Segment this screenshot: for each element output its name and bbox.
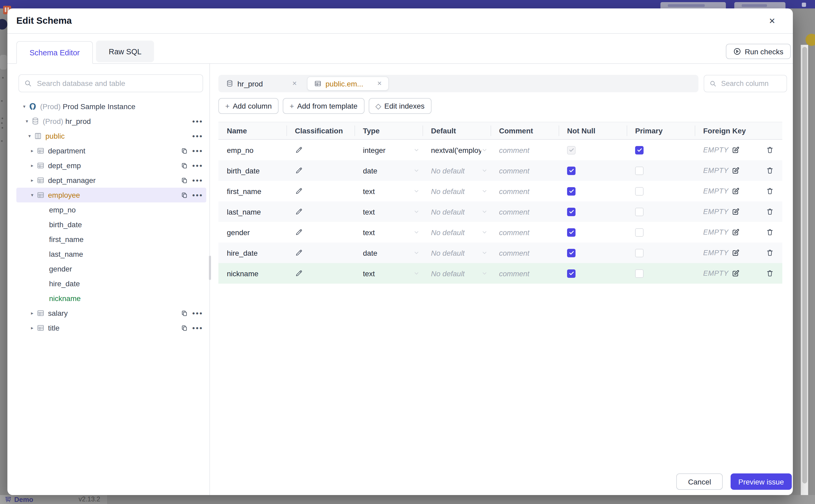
more-menu-icon[interactable]: ●●● — [192, 178, 203, 183]
caret-icon[interactable]: ▾ — [29, 192, 35, 198]
type-select[interactable]: date — [354, 243, 423, 263]
column-name-cell[interactable]: last_name — [218, 201, 286, 222]
classification-cell[interactable] — [286, 243, 354, 263]
tree-item-dept_manager[interactable]: ▸ dept_manager ●●● — [16, 173, 206, 188]
caret-icon[interactable]: ▸ — [29, 311, 35, 316]
comment-input[interactable]: comment — [491, 263, 559, 284]
type-select[interactable]: date — [354, 160, 423, 181]
tree-item-employee[interactable]: ▾ employee ●●● — [16, 188, 206, 202]
comment-input[interactable]: comment — [491, 140, 559, 160]
preview-issue-button[interactable]: Preview issue — [730, 473, 792, 490]
edit-indexes-button[interactable]: ◇ Edit indexes — [368, 98, 431, 114]
primary-checkbox[interactable] — [635, 146, 644, 154]
type-select[interactable]: text — [354, 201, 423, 222]
delete-column-icon[interactable] — [763, 201, 782, 222]
caret-icon[interactable]: ▾ — [24, 119, 30, 124]
delete-column-icon[interactable] — [763, 160, 782, 181]
column-name-cell[interactable]: emp_no — [218, 140, 286, 160]
caret-icon[interactable]: ▸ — [29, 178, 35, 183]
caret-icon[interactable]: ▾ — [26, 133, 33, 139]
copy-icon[interactable] — [181, 310, 188, 317]
primary-checkbox[interactable] — [635, 207, 644, 216]
cancel-button[interactable]: Cancel — [677, 473, 723, 490]
tree-item-hire_date[interactable]: hire_date — [16, 276, 206, 291]
edit-foreign-key-icon[interactable] — [732, 167, 740, 175]
not-null-checkbox[interactable] — [567, 187, 576, 195]
tree-search[interactable] — [18, 74, 203, 92]
caret-icon[interactable]: ▸ — [29, 325, 35, 331]
more-menu-icon[interactable]: ●●● — [192, 148, 203, 153]
default-select[interactable]: No default — [423, 222, 491, 243]
delete-column-icon[interactable] — [763, 263, 782, 284]
run-checks-button[interactable]: Run checks — [726, 44, 791, 59]
primary-checkbox[interactable] — [635, 269, 644, 278]
default-select[interactable]: No default — [423, 160, 491, 181]
default-select[interactable]: nextval('employ — [423, 140, 491, 160]
more-menu-icon[interactable]: ●●● — [192, 119, 203, 124]
copy-icon[interactable] — [181, 177, 188, 184]
tree-item-dept_emp[interactable]: ▸ dept_emp ●●● — [16, 158, 206, 173]
type-select[interactable]: text — [354, 263, 423, 284]
primary-checkbox[interactable] — [635, 187, 644, 195]
primary-checkbox[interactable] — [635, 228, 644, 236]
type-select[interactable]: text — [354, 181, 423, 201]
type-select[interactable]: integer — [354, 140, 423, 160]
comment-input[interactable]: comment — [491, 201, 559, 222]
comment-input[interactable]: comment — [491, 243, 559, 263]
caret-icon[interactable]: ▸ — [29, 148, 35, 153]
classification-cell[interactable] — [286, 181, 354, 201]
copy-icon[interactable] — [181, 324, 188, 331]
not-null-checkbox[interactable] — [567, 146, 576, 154]
tree-item-gender[interactable]: gender — [16, 261, 206, 276]
edit-foreign-key-icon[interactable] — [732, 146, 740, 154]
close-tab-icon[interactable]: ✕ — [377, 80, 382, 87]
editor-tab-public-employee[interactable]: public.em... ✕ — [307, 76, 389, 91]
type-select[interactable]: text — [354, 222, 423, 243]
tree-item-department[interactable]: ▸ department ●●● — [16, 143, 206, 158]
edit-foreign-key-icon[interactable] — [732, 269, 740, 277]
classification-cell[interactable] — [286, 263, 354, 284]
column-name-cell[interactable]: gender — [218, 222, 286, 243]
not-null-checkbox[interactable] — [567, 207, 576, 216]
primary-checkbox[interactable] — [635, 249, 644, 257]
comment-input[interactable]: comment — [491, 160, 559, 181]
primary-checkbox[interactable] — [635, 166, 644, 175]
delete-column-icon[interactable] — [763, 243, 782, 263]
column-name-cell[interactable]: birth_date — [218, 160, 286, 181]
add-from-template-button[interactable]: + Add from template — [283, 98, 364, 114]
tree-item-title[interactable]: ▸ title ●●● — [16, 321, 206, 335]
column-name-cell[interactable]: nickname — [218, 263, 286, 284]
default-select[interactable]: No default — [423, 181, 491, 201]
delete-column-icon[interactable] — [763, 181, 782, 201]
tree-item-nickname[interactable]: nickname — [16, 291, 206, 306]
tab-schema-editor[interactable]: Schema Editor — [16, 41, 93, 64]
comment-input[interactable]: comment — [491, 181, 559, 201]
edit-foreign-key-icon[interactable] — [732, 187, 740, 195]
page-scrollbar-thumb[interactable] — [802, 47, 807, 483]
tab-raw-sql[interactable]: Raw SQL — [96, 41, 154, 62]
not-null-checkbox[interactable] — [567, 228, 576, 236]
column-search-input[interactable] — [720, 79, 781, 88]
more-menu-icon[interactable]: ●●● — [192, 163, 203, 168]
default-select[interactable]: No default — [423, 243, 491, 263]
comment-input[interactable]: comment — [491, 222, 559, 243]
caret-icon[interactable]: ▾ — [21, 104, 27, 109]
tree-item-hr_prod[interactable]: ▾ (Prod) hr_prod ●●● — [16, 114, 206, 129]
not-null-checkbox[interactable] — [567, 249, 576, 257]
demo-link[interactable]: Demo — [5, 496, 33, 503]
tree-item-public[interactable]: ▾ public ●●● — [16, 129, 206, 143]
column-name-cell[interactable]: first_name — [218, 181, 286, 201]
more-menu-icon[interactable]: ●●● — [192, 311, 203, 316]
close-tab-icon[interactable]: ✕ — [292, 80, 297, 87]
more-menu-icon[interactable]: ●●● — [192, 133, 203, 139]
default-select[interactable]: No default — [423, 263, 491, 284]
classification-cell[interactable] — [286, 222, 354, 243]
tree-item-salary[interactable]: ▸ salary ●●● — [16, 306, 206, 321]
tree-item-first_name[interactable]: first_name — [16, 232, 206, 247]
more-menu-icon[interactable]: ●●● — [192, 325, 203, 331]
column-name-cell[interactable]: hire_date — [218, 243, 286, 263]
tree-item-birth_date[interactable]: birth_date — [16, 217, 206, 232]
caret-icon[interactable]: ▸ — [29, 163, 35, 168]
tree-item-Prod Sample Instance[interactable]: ▾ (Prod) Prod Sample Instance — [16, 99, 206, 114]
classification-cell[interactable] — [286, 201, 354, 222]
